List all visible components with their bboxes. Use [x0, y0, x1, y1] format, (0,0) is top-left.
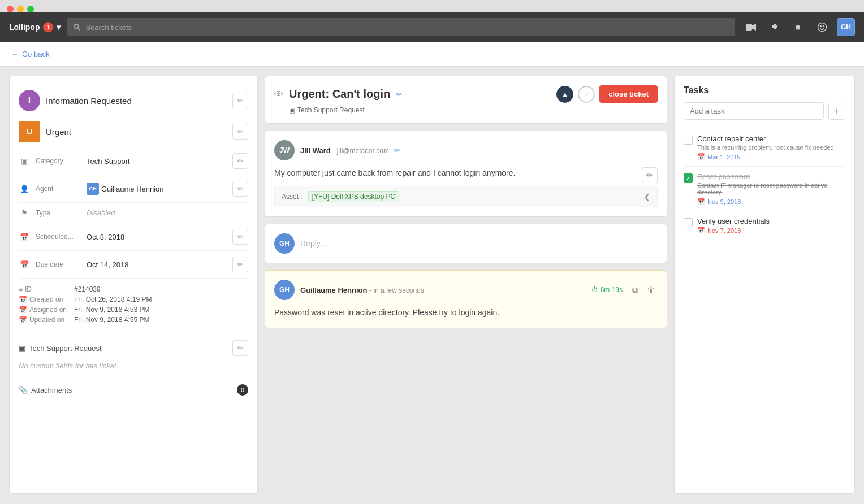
task-date-value-3: Nov 7, 2018 — [707, 227, 741, 234]
category-value: Tech Support — [87, 157, 227, 166]
timer-value: 6m 19s — [601, 286, 623, 294]
reply-card[interactable]: GH Reply... — [265, 224, 667, 263]
user-avatar[interactable]: GH — [837, 18, 855, 36]
sender-edit-icon-1[interactable]: ✏ — [394, 146, 400, 155]
asset-badge[interactable]: [YFU] Dell XPS desktop PC — [308, 191, 399, 202]
svg-point-0 — [74, 24, 79, 29]
right-panel: Tasks + Contact repair center This is a … — [674, 76, 855, 494]
goback-link[interactable]: ← Go back — [11, 50, 49, 58]
task-date-value-1: Mar 1, 2019 — [707, 154, 741, 160]
asset-row: Asset : [YFU] Dell XPS desktop PC ❮ — [274, 186, 658, 207]
eye-icon: 👁 — [274, 89, 283, 99]
add-task-button[interactable]: + — [828, 103, 845, 120]
status-row: I Information Requested ✏ — [19, 85, 248, 116]
agent-row: 👤 Agent GH Guillaume Hennion ✏ — [19, 175, 248, 203]
category-edit-button[interactable]: ✏ — [232, 153, 248, 169]
custom-fields-header: ▣ Tech Support Request ✏ — [19, 340, 248, 356]
custom-fields-icon: ▣ — [19, 344, 25, 353]
task-calendar-icon-3: 📅 — [697, 227, 705, 234]
navbar: Lollipop 1 ▾ GH — [0, 12, 864, 42]
ticket-type-text: Tech Support Request — [297, 106, 365, 114]
priority-icon: U — [19, 121, 40, 142]
video-icon-btn[interactable] — [742, 18, 760, 36]
attachments-count: 0 — [237, 384, 248, 396]
add-task-row: + — [684, 102, 845, 120]
task-content-2: Reset password Contact IT manager to res… — [697, 172, 845, 205]
agent-sender-info: Guillaume Hennion - in a few seconds — [300, 286, 424, 294]
priority-indicator[interactable]: ▲ — [556, 86, 573, 103]
id-label: ≡ ID — [19, 285, 70, 293]
ticket-actions: ▲ ○ close ticket — [556, 85, 658, 103]
emoji-icon-btn[interactable] — [813, 18, 831, 36]
id-value: #214039 — [74, 285, 101, 293]
message-edit-button-1[interactable]: ✏ — [642, 167, 658, 183]
created-label: 📅 Created on — [19, 296, 70, 303]
ticket-title: Urgent: Can't login — [289, 88, 390, 101]
custom-fields-edit-button[interactable]: ✏ — [232, 340, 248, 356]
navbar-brand[interactable]: Lollipop 1 ▾ — [9, 22, 61, 32]
add-task-input[interactable] — [684, 102, 824, 120]
task-calendar-icon-1: 📅 — [697, 153, 705, 160]
main-content: I Information Requested ✏ U Urgent ✏ ▣ C… — [0, 67, 864, 503]
task-desc-2: Contact IT manager to reset password in … — [697, 182, 845, 195]
id-row: ≡ ID #214039 — [19, 285, 248, 293]
task-item-3: Verify user credentials 📅 Nov 7, 2018 — [684, 211, 845, 240]
goback-bar: ← Go back — [0, 42, 864, 67]
ticket-header-card: 👁 Urgent: Can't login ✏ ▲ ○ close ticket… — [265, 76, 667, 124]
updated-row: 📅 Updated on Fri, Nov 9, 2018 4:55 PM — [19, 316, 248, 324]
agent-edit-button[interactable]: ✏ — [232, 181, 248, 197]
due-date-edit-button[interactable]: ✏ — [232, 257, 248, 272]
asset-chevron-icon[interactable]: ❮ — [644, 193, 650, 201]
type-value: Disabled — [87, 208, 248, 217]
task-date-3: 📅 Nov 7, 2018 — [697, 227, 845, 234]
due-date-key: Due date — [36, 260, 81, 268]
task-content-1: Contact repair center This is a recurrin… — [697, 134, 845, 160]
brand-chevron-icon: ▾ — [57, 23, 61, 32]
search-bar — [67, 18, 735, 36]
settings-icon-btn[interactable] — [789, 18, 807, 36]
priority-edit-button[interactable]: ✏ — [232, 124, 248, 140]
status-edit-button[interactable]: ✏ — [232, 93, 248, 108]
created-row: 📅 Created on Fri, Oct 26, 2018 4:19 PM — [19, 296, 248, 303]
agent-name: Guillaume Hennion — [101, 185, 164, 193]
reply-placeholder[interactable]: Reply... — [300, 239, 326, 248]
window-minimize-dot[interactable] — [17, 6, 24, 12]
assigned-icon: 📅 — [19, 306, 27, 314]
task-checkbox-1[interactable] — [684, 136, 693, 145]
svg-line-1 — [78, 28, 80, 31]
agent-message-card: GH Guillaume Hennion - in a few seconds … — [265, 270, 667, 328]
updated-value: Fri, Nov 9, 2018 4:55 PM — [74, 316, 149, 324]
window-maximize-dot[interactable] — [27, 6, 34, 12]
svg-rect-2 — [746, 24, 752, 31]
priority-icon-letter: U — [27, 127, 32, 136]
close-ticket-button[interactable]: close ticket — [599, 85, 658, 103]
search-input[interactable] — [85, 23, 729, 32]
copy-icon-btn[interactable]: ⧉ — [628, 283, 642, 297]
task-date-2: 📅 Nov 9, 2018 — [697, 198, 845, 205]
svg-point-6 — [823, 26, 824, 27]
type-key: Type — [36, 209, 81, 217]
ticket-title-edit-icon[interactable]: ✏ — [396, 90, 403, 99]
left-panel: I Information Requested ✏ U Urgent ✏ ▣ C… — [9, 76, 258, 494]
window-close-dot[interactable] — [7, 6, 14, 12]
trash-icon-btn[interactable]: 🗑 — [644, 283, 658, 297]
scheduled-edit-button[interactable]: ✏ — [232, 229, 248, 245]
attachments-title: 📎 Attachments — [19, 386, 232, 394]
agent-msg-time: in a few seconds — [373, 286, 424, 294]
info-indicator[interactable]: ○ — [578, 86, 595, 103]
task-checkbox-3[interactable] — [684, 218, 693, 227]
reply-avatar: GH — [274, 233, 295, 254]
category-row: ▣ Category Tech Support ✏ — [19, 147, 248, 175]
task-checkbox-2[interactable]: ✓ — [684, 173, 693, 183]
agent-icon: 👤 — [19, 185, 30, 193]
goback-label: Go back — [22, 50, 49, 58]
scheduled-key: Scheduled... — [36, 233, 81, 241]
agent-key: Agent — [36, 185, 81, 193]
agent-value: GH Guillaume Hennion — [87, 183, 227, 195]
due-date-icon: 📅 — [19, 260, 30, 269]
message-card-1: JW Jill Ward - jill@metadot.com ✏ My com… — [265, 131, 667, 217]
puzzle-icon-btn[interactable] — [766, 18, 784, 36]
task-name-2: Reset password — [697, 172, 845, 181]
agent-message-body: Password was reset in active directory. … — [274, 307, 658, 319]
updated-label: 📅 Updated on — [19, 316, 70, 324]
